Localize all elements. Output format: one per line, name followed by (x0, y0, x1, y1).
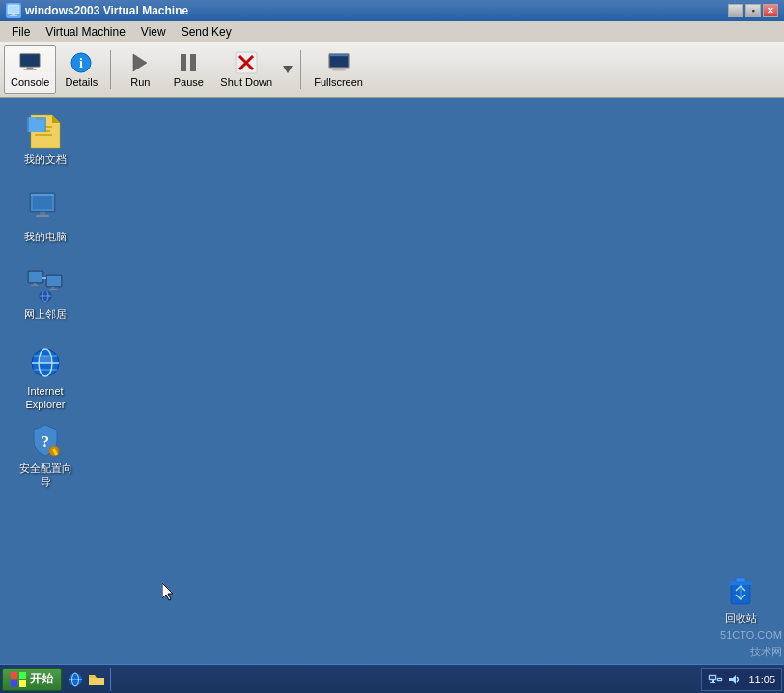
network-label: 网上邻居 (24, 307, 67, 320)
minimize-button[interactable]: _ (728, 4, 743, 17)
fullscreen-button[interactable]: Fullscreen (307, 45, 370, 94)
title-bar: windows2003 Virtual Machine _ ▪ ✕ (0, 0, 784, 21)
svg-rect-30 (40, 212, 45, 215)
restore-button[interactable]: ▪ (745, 4, 761, 17)
window-title: windows2003 Virtual Machine (25, 4, 728, 17)
my-computer-img (26, 189, 65, 228)
svg-marker-57 (162, 583, 173, 600)
svg-rect-2 (10, 15, 17, 16)
shutdown-dropdown[interactable] (281, 45, 294, 94)
svg-rect-38 (47, 276, 61, 286)
close-button[interactable]: ✕ (763, 4, 778, 17)
svg-marker-72 (729, 675, 736, 684)
ql-ie-icon[interactable] (66, 670, 85, 689)
my-documents-icon[interactable]: 我的文档 (12, 108, 79, 170)
system-tray: 11:05 (701, 668, 782, 691)
svg-rect-18 (329, 54, 348, 56)
my-documents-label: 我的文档 (24, 152, 67, 166)
svg-marker-9 (133, 54, 147, 71)
network-icon[interactable]: 网上邻居 (12, 263, 79, 324)
svg-rect-40 (49, 289, 57, 290)
my-computer-label: 我的电脑 (24, 230, 67, 243)
svg-rect-5 (27, 67, 34, 69)
watermark-text: 51CTO.COM技术网 (720, 627, 782, 659)
security-img: ? (26, 421, 65, 459)
svg-rect-55 (736, 578, 745, 582)
details-icon: i (70, 51, 93, 74)
svg-rect-34 (29, 272, 42, 282)
pause-label: Pause (174, 76, 204, 88)
shutdown-label: Shut Down (220, 76, 272, 88)
run-label: Run (130, 76, 150, 88)
svg-text:i: i (79, 56, 83, 70)
tray-volume-icon[interactable] (727, 673, 741, 686)
svg-rect-68 (712, 680, 714, 682)
svg-rect-32 (33, 196, 52, 209)
recycle-bin-icon[interactable]: 回收站 (707, 567, 774, 628)
svg-rect-59 (19, 672, 26, 679)
console-button[interactable]: Console (4, 45, 56, 94)
svg-rect-25 (35, 134, 52, 136)
app-icon (6, 3, 21, 18)
run-button[interactable]: Run (117, 45, 163, 94)
fullscreen-label: Fullscreen (314, 76, 363, 88)
pause-button[interactable]: Pause (165, 45, 211, 94)
shutdown-icon (235, 51, 258, 74)
svg-rect-4 (21, 54, 40, 66)
console-label: Console (11, 76, 49, 88)
svg-rect-6 (23, 69, 37, 70)
svg-rect-11 (190, 54, 196, 71)
tray-network-icon[interactable] (708, 673, 723, 686)
svg-rect-19 (335, 68, 342, 69)
recycle-bin-label: 回收站 (725, 611, 757, 624)
toolbar-separator-1 (110, 50, 111, 89)
run-icon (128, 51, 152, 74)
details-label: Details (66, 76, 98, 88)
svg-rect-60 (11, 680, 17, 687)
menu-send-key[interactable]: Send Key (174, 23, 239, 41)
svg-rect-39 (51, 287, 55, 289)
pause-icon (177, 51, 200, 74)
menu-file[interactable]: File (4, 23, 38, 41)
shutdown-button[interactable]: Shut Down (213, 45, 279, 94)
svg-rect-1 (12, 14, 15, 15)
svg-rect-20 (332, 69, 346, 71)
svg-marker-15 (283, 66, 293, 73)
svg-rect-10 (181, 54, 186, 71)
menu-bar: File Virtual Machine View Send Key (0, 21, 784, 42)
fullscreen-icon (327, 51, 350, 74)
my-computer-icon[interactable]: 我的电脑 (12, 185, 79, 247)
details-button[interactable]: i Details (58, 45, 104, 94)
start-button[interactable]: 开始 (2, 668, 62, 691)
security-icon[interactable]: ? 安全配置向导 (12, 417, 79, 493)
my-documents-img (26, 112, 65, 151)
clock-display: 11:05 (744, 674, 775, 685)
svg-rect-0 (8, 5, 19, 14)
menu-view[interactable]: View (133, 23, 174, 41)
svg-rect-29 (31, 194, 54, 196)
svg-text:?: ? (42, 433, 49, 450)
toolbar: Console i Details Run Pause (0, 42, 784, 98)
svg-rect-36 (31, 285, 39, 286)
ql-folder-icon[interactable] (87, 670, 106, 689)
ie-icon[interactable]: InternetExplorer (12, 340, 79, 416)
menu-virtual-machine[interactable]: Virtual Machine (38, 23, 133, 41)
mouse-cursor (162, 583, 174, 602)
toolbar-separator-2 (300, 50, 301, 89)
window-controls[interactable]: _ ▪ ✕ (728, 4, 778, 17)
console-icon (18, 51, 42, 74)
svg-rect-61 (19, 680, 26, 687)
svg-rect-65 (89, 678, 104, 685)
svg-rect-71 (718, 679, 721, 680)
network-img (26, 266, 65, 305)
svg-rect-35 (33, 283, 37, 285)
taskbar: 开始 (0, 664, 784, 693)
start-label: 开始 (30, 671, 53, 687)
svg-rect-58 (11, 672, 17, 679)
ie-label: InternetExplorer (26, 384, 66, 412)
svg-rect-67 (710, 676, 715, 679)
start-logo-icon (11, 672, 26, 687)
svg-rect-17 (329, 54, 348, 67)
svg-rect-31 (36, 215, 49, 217)
vm-desktop: 我的文档 我的电脑 (0, 98, 784, 693)
